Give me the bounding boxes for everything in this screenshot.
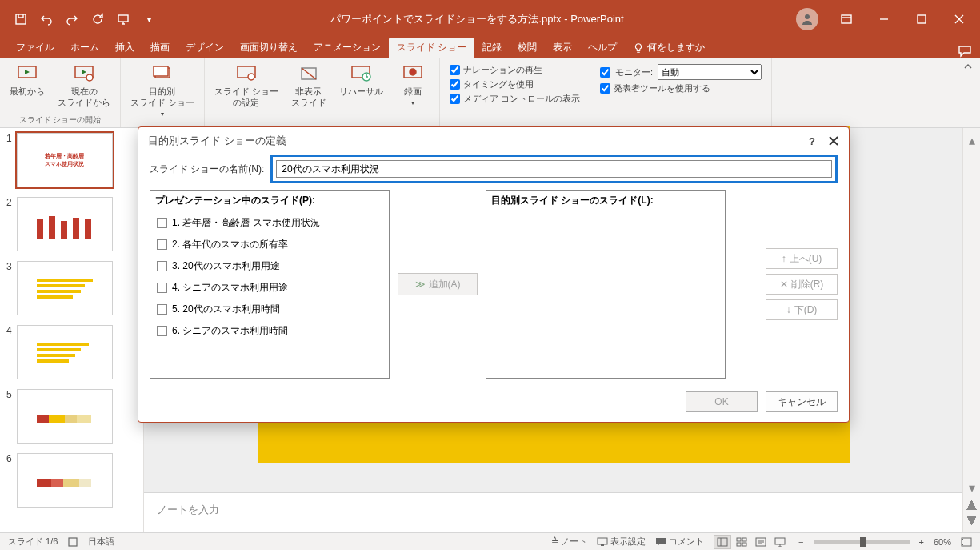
list-item[interactable]: 5. 20代のスマホ利用時間	[154, 301, 386, 318]
checkbox-icon[interactable]	[157, 326, 167, 336]
user-avatar[interactable]	[796, 8, 818, 30]
checkbox-icon[interactable]	[157, 283, 167, 293]
zoom-slider[interactable]	[814, 540, 910, 544]
accessibility-icon[interactable]	[67, 536, 78, 548]
media-controls-checkbox[interactable]: メディア コントロールの表示	[450, 93, 580, 105]
language-label[interactable]: 日本語	[88, 536, 114, 548]
rehearse-button[interactable]: リハーサル	[336, 61, 386, 110]
redo-icon[interactable]	[62, 10, 82, 29]
svg-point-7	[86, 74, 93, 81]
add-button[interactable]: ≫ 追加(A)	[398, 273, 478, 295]
comments-toggle[interactable]: コメント	[655, 536, 704, 548]
minimize-icon[interactable]	[866, 3, 902, 35]
show-name-input[interactable]	[276, 160, 832, 178]
tab-help[interactable]: ヘルプ	[580, 38, 625, 58]
record-button[interactable]: 録画 ▾	[393, 61, 433, 110]
close-icon[interactable]	[941, 3, 977, 35]
tab-view[interactable]: 表示	[545, 38, 580, 58]
autosave-icon[interactable]	[11, 10, 30, 29]
tab-animations[interactable]: アニメーション	[306, 38, 389, 58]
tell-me[interactable]: 何をしますか	[625, 38, 713, 58]
monitor-checkbox[interactable]	[600, 67, 610, 78]
tab-draw[interactable]: 描画	[142, 38, 178, 58]
tab-transitions[interactable]: 画面切り替え	[232, 38, 306, 58]
thumbnail-6[interactable]: 6	[0, 448, 143, 512]
tab-design[interactable]: デザイン	[178, 38, 232, 58]
fit-window-icon[interactable]	[961, 537, 972, 547]
monitor-select[interactable]: 自動	[658, 64, 762, 80]
ribbon-display-icon[interactable]	[828, 3, 864, 35]
svg-point-11	[248, 74, 254, 80]
dialog-help-icon[interactable]: ?	[809, 135, 815, 147]
comments-toggle-icon[interactable]	[958, 45, 972, 58]
move-down-button[interactable]: ↓下(D)	[766, 299, 838, 320]
thumbnail-3[interactable]: 3	[0, 256, 143, 320]
refresh-icon[interactable]	[88, 10, 107, 29]
thumbnail-2[interactable]: 2	[0, 192, 143, 256]
remove-button[interactable]: ✕削除(R)	[766, 274, 838, 295]
slide-counter[interactable]: スライド 1/6	[8, 536, 58, 548]
tab-slideshow[interactable]: スライド ショー	[389, 38, 474, 58]
thumbnail-4[interactable]: 4	[0, 320, 143, 384]
list-item[interactable]: 2. 各年代のスマホの所有率	[154, 236, 386, 253]
tab-file[interactable]: ファイル	[8, 38, 62, 58]
maximize-icon[interactable]	[903, 3, 939, 35]
notes-toggle[interactable]: ≜ ノート	[551, 536, 587, 548]
narration-checkbox[interactable]: ナレーションの再生	[450, 64, 580, 76]
checkbox-icon[interactable]	[157, 218, 167, 228]
checkbox-icon[interactable]	[157, 239, 167, 250]
from-beginning-button[interactable]: 最初から	[6, 61, 48, 110]
slide-thumbnails[interactable]: 1 若年層・高齢層 スマホ使用状況 2 3 4 5 6	[0, 128, 144, 532]
timing-checkbox[interactable]: タイミングを使用	[450, 78, 580, 90]
ribbon: 最初から 現在の スライドから スライド ショーの開始 目的別 スライド ショー…	[0, 58, 980, 128]
tab-review[interactable]: 校閲	[510, 38, 545, 58]
vertical-scrollbar[interactable]: ▴ ▾ ⯅ ⯆	[962, 128, 980, 532]
checkbox-icon[interactable]	[157, 261, 167, 271]
qat-more-icon[interactable]: ▾	[139, 10, 158, 29]
checkbox-icon[interactable]	[157, 304, 167, 315]
thumbnail-5[interactable]: 5	[0, 384, 143, 448]
list-item[interactable]: 1. 若年層・高齢層 スマホ使用状況	[154, 215, 386, 231]
zoom-in-icon[interactable]: +	[919, 537, 924, 547]
svg-rect-47	[775, 538, 785, 544]
normal-view-icon[interactable]	[714, 535, 731, 549]
tab-insert[interactable]: 挿入	[107, 38, 142, 58]
tab-record[interactable]: 記録	[474, 38, 510, 58]
move-up-button[interactable]: ↑上へ(U)	[766, 248, 838, 269]
svg-rect-18	[49, 216, 55, 239]
presenter-view-checkbox[interactable]: 発表者ツールを使用する	[600, 82, 762, 94]
undo-icon[interactable]	[37, 10, 56, 29]
window-controls	[796, 3, 980, 35]
scroll-down-icon[interactable]: ▾	[969, 480, 975, 496]
dialog-close-icon[interactable]	[828, 135, 839, 147]
reading-view-icon[interactable]	[752, 535, 770, 549]
zoom-out-icon[interactable]: −	[798, 537, 803, 547]
from-current-button[interactable]: 現在の スライドから	[54, 61, 114, 110]
cancel-button[interactable]: キャンセル	[766, 391, 838, 412]
sorter-view-icon[interactable]	[733, 535, 750, 549]
notes-pane[interactable]: ノートを入力	[144, 492, 962, 532]
svg-rect-22	[37, 279, 93, 282]
slideshow-start-icon[interactable]	[114, 10, 133, 29]
custom-show-button[interactable]: 目的別 スライド ショー ▾	[127, 61, 198, 119]
list-item[interactable]: 3. 20代のスマホ利用用途	[154, 258, 386, 275]
prev-slide-icon[interactable]: ⯅	[966, 499, 978, 513]
list-item[interactable]: 6. シニアのスマホ利用時間	[154, 323, 386, 339]
display-settings[interactable]: 表示設定	[597, 536, 646, 548]
ok-button[interactable]: OK	[686, 391, 758, 412]
tab-home[interactable]: ホーム	[62, 38, 107, 58]
list-item[interactable]: 4. シニアのスマホ利用用途	[154, 279, 386, 296]
show-name-label: スライド ショーの名前(N):	[150, 163, 264, 176]
setup-show-button[interactable]: スライド ショー の設定	[211, 61, 282, 110]
presentation-slides-body[interactable]: 1. 若年層・高齢層 スマホ使用状況 2. 各年代のスマホの所有率 3. 20代…	[150, 211, 390, 379]
slideshow-view-icon[interactable]	[771, 535, 789, 549]
svg-rect-17	[37, 219, 43, 239]
thumbnail-1[interactable]: 1 若年層・高齢層 スマホ使用状況	[0, 128, 143, 192]
ribbon-collapse-icon[interactable]	[956, 58, 980, 75]
scroll-up-icon[interactable]: ▴	[969, 133, 975, 148]
next-slide-icon[interactable]: ⯆	[966, 513, 978, 528]
zoom-percent[interactable]: 60%	[934, 537, 951, 547]
ribbon-group-setup: スライド ショー の設定 非表示 スライド リハーサル 録画 ▾	[205, 58, 440, 127]
custom-show-slides-body[interactable]	[486, 211, 726, 379]
hide-slide-button[interactable]: 非表示 スライド	[288, 61, 330, 110]
